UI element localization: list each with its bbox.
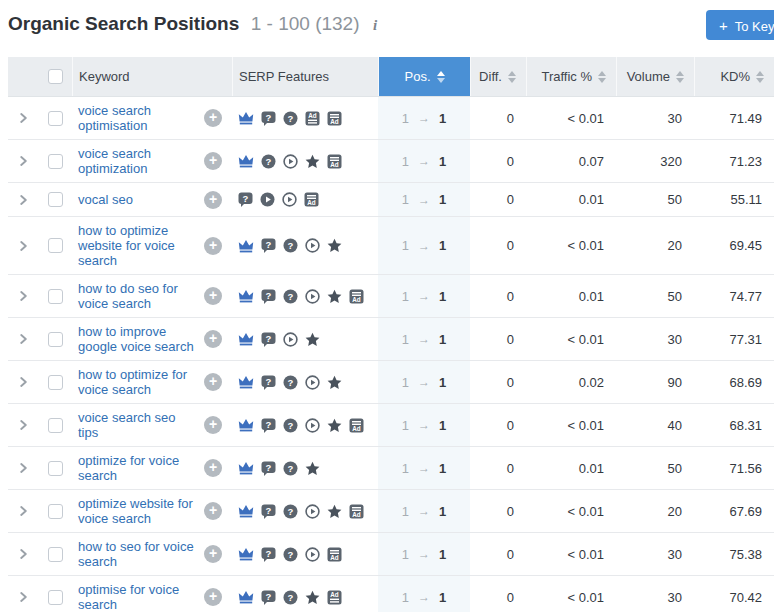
expand-row-button[interactable] (8, 217, 38, 274)
kd-cell: 71.23 (694, 140, 774, 182)
keyword-link[interactable]: how to do seo for voice search (78, 281, 196, 311)
diff-cell: 0 (470, 533, 526, 575)
row-checkbox[interactable] (48, 192, 63, 207)
header-pos-sort[interactable]: Pos. (378, 57, 470, 96)
serp-features-cell: ? (232, 318, 378, 360)
chevron-right-icon (19, 334, 28, 344)
diff-cell: 0 (470, 97, 526, 139)
expand-row-button[interactable] (8, 318, 38, 360)
add-keyword-button[interactable]: + (204, 459, 222, 477)
keyword-link[interactable]: voice search optimisation (78, 103, 196, 133)
add-keyword-button[interactable]: + (204, 237, 222, 255)
row-checkbox[interactable] (48, 461, 63, 476)
keyword-link[interactable]: how to improve google voice search (78, 324, 196, 354)
row-checkbox[interactable] (48, 504, 63, 519)
keyword-link[interactable]: optimise for voice search (78, 582, 196, 612)
select-all-checkbox[interactable] (48, 69, 63, 84)
table-header-row: Keyword SERP Features Pos. Diff. Traffic… (8, 57, 774, 97)
keyword-link[interactable]: optimize for voice search (78, 453, 196, 483)
kd-cell: 70.42 (694, 576, 774, 612)
add-keyword-button[interactable]: + (204, 416, 222, 434)
row-checkbox[interactable] (48, 547, 63, 562)
expand-row-button[interactable] (8, 576, 38, 612)
add-keyword-button[interactable]: + (204, 109, 222, 127)
position-previous: 1 (402, 289, 409, 304)
arrow-right-icon: → (418, 418, 430, 432)
svg-text:Ad: Ad (330, 160, 339, 167)
row-checkbox[interactable] (48, 111, 63, 126)
expand-row-button[interactable] (8, 404, 38, 446)
expand-row-button[interactable] (8, 140, 38, 182)
expand-row-button[interactable] (8, 533, 38, 575)
add-keyword-button[interactable]: + (204, 330, 222, 348)
table-row: how to seo for voice search + ??Ad 1 → 1… (8, 533, 774, 576)
row-checkbox[interactable] (48, 332, 63, 347)
instant-answer-icon: ? (283, 111, 298, 126)
position-cell: 1 → 1 (378, 217, 470, 274)
instant-answer-icon: ? (283, 590, 298, 605)
keyword-link[interactable]: vocal seo (78, 192, 133, 207)
header-traffic-sort[interactable]: Traffic % (526, 57, 616, 96)
row-select-cell (38, 140, 72, 182)
svg-text:?: ? (266, 289, 272, 300)
expand-row-button[interactable] (8, 361, 38, 403)
header-select-all (38, 57, 72, 96)
keyword-link[interactable]: optimize website for voice search (78, 496, 196, 526)
add-keyword-button[interactable]: + (204, 545, 222, 563)
keyword-link[interactable]: how to optimize website for voice search (78, 223, 196, 268)
position-cell: 1 → 1 (378, 576, 470, 612)
expand-row-button[interactable] (8, 97, 38, 139)
table-body: voice search optimisation + ??AdAd 1 → 1… (8, 97, 774, 612)
keyword-cell: voice search optimisation + (72, 97, 232, 139)
add-to-keywords-button[interactable]: +To Key (706, 10, 774, 40)
info-icon[interactable]: i (373, 17, 377, 33)
add-keyword-button[interactable]: + (204, 502, 222, 520)
keyword-cell: optimize website for voice search + (72, 490, 232, 532)
row-checkbox[interactable] (48, 238, 63, 253)
row-select-cell (38, 490, 72, 532)
expand-row-button[interactable] (8, 275, 38, 317)
organic-search-positions-panel: Organic Search Positions 1 - 100 (132) i… (0, 0, 774, 612)
keyword-link[interactable]: voice search optimization (78, 146, 196, 176)
add-keyword-button[interactable]: + (204, 191, 222, 209)
keyword-link[interactable]: how to optimize for voice search (78, 367, 196, 397)
keyword-link[interactable]: how to seo for voice search (78, 539, 196, 569)
position-previous: 1 (402, 461, 409, 476)
arrow-right-icon: → (418, 461, 430, 475)
arrow-right-icon: → (418, 375, 430, 389)
header-diff-sort[interactable]: Diff. (470, 57, 526, 96)
row-checkbox[interactable] (48, 154, 63, 169)
row-checkbox[interactable] (48, 590, 63, 605)
add-keyword-button[interactable]: + (204, 287, 222, 305)
position-current: 1 (439, 332, 446, 347)
chevron-right-icon (19, 291, 28, 301)
header-volume-sort[interactable]: Volume (616, 57, 694, 96)
add-keyword-button[interactable]: + (204, 373, 222, 391)
add-keyword-button[interactable]: + (204, 588, 222, 606)
serp-features-cell: ?Ad (232, 183, 378, 216)
instant-answer-icon: ? (283, 461, 298, 476)
ads-top-icon: Ad (327, 111, 342, 126)
reviews-icon (327, 375, 342, 390)
video-icon (305, 504, 320, 519)
traffic-cell: < 0.01 (526, 217, 616, 274)
add-keyword-button[interactable]: + (204, 152, 222, 170)
expand-row-button[interactable] (8, 183, 38, 216)
keyword-link[interactable]: voice search seo tips (78, 410, 196, 440)
expand-row-button[interactable] (8, 447, 38, 489)
svg-text:Ad: Ad (352, 295, 361, 302)
row-checkbox[interactable] (48, 375, 63, 390)
instant-answer-icon: ? (283, 504, 298, 519)
header-kd-sort[interactable]: KD% (694, 57, 774, 96)
people-also-ask-icon: ? (261, 418, 276, 433)
svg-text:Ad: Ad (330, 591, 339, 598)
row-checkbox[interactable] (48, 289, 63, 304)
ads-top-icon: Ad (327, 547, 342, 562)
expand-row-button[interactable] (8, 490, 38, 532)
row-checkbox[interactable] (48, 418, 63, 433)
featured-snippet-icon (238, 461, 254, 475)
featured-snippet-icon (238, 504, 254, 518)
header-serp-label: SERP Features (239, 69, 329, 84)
chevron-right-icon (19, 156, 28, 166)
positions-table: Keyword SERP Features Pos. Diff. Traffic… (8, 57, 774, 612)
